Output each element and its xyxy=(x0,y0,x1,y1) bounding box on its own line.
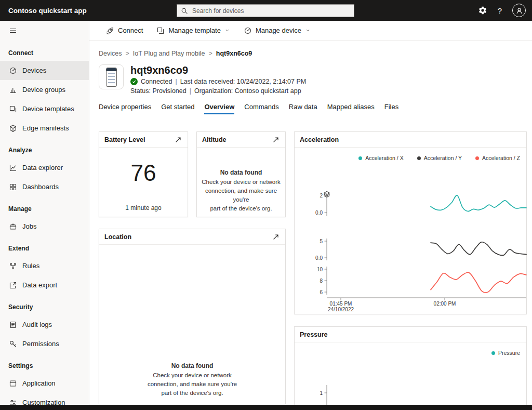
no-data-line: Check your device or network xyxy=(201,178,281,187)
sidebar-item-edge-manifests[interactable]: Edge manifests xyxy=(0,118,89,138)
sidebar-item-label: Devices xyxy=(22,67,46,74)
sidebar-item-customization[interactable]: Customization xyxy=(0,393,89,405)
customization-icon xyxy=(9,399,17,405)
jobs-icon xyxy=(9,222,17,231)
legend-item-acceleration-y[interactable]: Acceleration / Y xyxy=(417,155,462,161)
tile-altitude: Altitude No data foundCheck your device … xyxy=(196,131,286,217)
application-icon xyxy=(9,379,17,388)
app-window: Contoso quickstart app ? Connec xyxy=(0,0,532,410)
breadcrumb-separator: > xyxy=(209,50,212,57)
rules-icon xyxy=(9,262,17,270)
svg-text:0.0: 0.0 xyxy=(315,255,323,261)
sidebar-item-rules[interactable]: Rules xyxy=(0,256,89,275)
sidebar-section-extend: Extend xyxy=(0,236,89,256)
hamburger-icon xyxy=(9,27,17,35)
tile-title: Pressure xyxy=(300,331,328,338)
edge-manifests-icon xyxy=(9,124,17,133)
provision-status: Status: Provisioned xyxy=(130,87,187,95)
connected-check-icon xyxy=(130,78,138,85)
toolbar-manage-device-button[interactable]: Manage device xyxy=(240,21,315,40)
tab-get-started[interactable]: Get started xyxy=(161,103,194,114)
tile-title: Altitude xyxy=(202,136,227,143)
search-box[interactable] xyxy=(177,4,354,17)
legend-dot xyxy=(491,351,495,355)
tab-raw-data[interactable]: Raw data xyxy=(289,103,317,114)
device-header: hqt9xn6co9 Connected | Last data receive… xyxy=(99,64,306,95)
sidebar-item-label: Device groups xyxy=(22,86,65,94)
breadcrumb-item-iot-plug-and-play-mobile[interactable]: IoT Plug and Play mobile xyxy=(133,50,205,57)
legend-dot xyxy=(417,156,421,160)
chevron-down-icon xyxy=(224,28,230,33)
sidebar-item-application[interactable]: Application xyxy=(0,374,89,393)
tile-location: Location No data foundCheck your device … xyxy=(99,229,286,404)
sidebar-item-data-export[interactable]: Data export xyxy=(0,275,89,295)
connected-label: Connected xyxy=(141,78,172,85)
expand-icon[interactable] xyxy=(272,136,280,144)
no-data-title: No data found xyxy=(103,362,281,371)
sidebar-item-device-templates[interactable]: Device templates xyxy=(0,99,89,118)
legend-label: Acceleration / Z xyxy=(482,155,520,161)
sidebar-section-settings: Settings xyxy=(0,353,89,374)
sidebar-item-permissions[interactable]: Permissions xyxy=(0,334,89,353)
separator: | xyxy=(190,87,191,95)
sidebar-item-label: Dashboards xyxy=(22,183,59,191)
tab-commands[interactable]: Commands xyxy=(244,103,278,114)
legend-item-acceleration-z[interactable]: Acceleration / Z xyxy=(475,155,520,161)
device-status-line: Connected | Last data received: 10/24/20… xyxy=(130,78,306,85)
breadcrumb-item-devices[interactable]: Devices xyxy=(99,50,122,57)
svg-text:8: 8 xyxy=(320,278,323,284)
tab-overview[interactable]: Overview xyxy=(204,103,234,114)
legend-dot xyxy=(475,156,479,160)
connect-icon xyxy=(106,27,114,35)
sidebar-item-data-explorer[interactable]: Data explorer xyxy=(0,158,89,177)
legend-item-acceleration-x[interactable]: Acceleration / X xyxy=(358,155,404,161)
svg-text:6: 6 xyxy=(320,289,323,295)
sidebar-item-dashboards[interactable]: Dashboards xyxy=(0,177,89,196)
main-panel: ConnectManage templateManage device Devi… xyxy=(89,21,532,405)
chart-legend: Pressure xyxy=(491,350,520,356)
data-explorer-icon xyxy=(9,164,17,172)
device-templates-icon xyxy=(9,105,17,113)
search-input[interactable] xyxy=(191,7,350,15)
sidebar-item-label: Audit logs xyxy=(22,321,52,328)
tab-bar: Device propertiesGet startedOverviewComm… xyxy=(99,103,398,114)
tile-pressure: Pressure Pressure 1 xyxy=(294,326,527,405)
device-provision-line: Status: Provisioned | Organization: Cont… xyxy=(130,87,306,95)
sidebar-section-manage: Manage xyxy=(0,196,89,217)
command-bar: ConnectManage templateManage device xyxy=(89,21,532,41)
legend-label: Pressure xyxy=(498,350,520,356)
expand-icon[interactable] xyxy=(174,136,182,144)
sidebar-item-label: Rules xyxy=(22,262,39,270)
manage-device-icon xyxy=(244,27,252,35)
tab-mapped-aliases[interactable]: Mapped aliases xyxy=(327,103,375,114)
battery-value: 76 xyxy=(99,160,188,186)
layers-icon[interactable] xyxy=(323,190,331,199)
sidebar-item-device-groups[interactable]: Device groups xyxy=(0,80,89,99)
tile-acceleration: Acceleration Acceleration / XAcceleratio… xyxy=(294,131,527,314)
tab-device-properties[interactable]: Device properties xyxy=(99,103,151,114)
no-data-line: part of the device's org. xyxy=(103,389,281,398)
sidebar-item-label: Device templates xyxy=(22,105,74,113)
device-thumbnail xyxy=(99,64,124,89)
toolbar-manage-template-button[interactable]: Manage template xyxy=(152,21,234,40)
no-data-message: No data foundCheck your device or networ… xyxy=(99,362,285,398)
sidebar-item-jobs[interactable]: Jobs xyxy=(0,217,89,236)
no-data-message: No data foundCheck your device or networ… xyxy=(197,168,285,213)
legend-item-pressure[interactable]: Pressure xyxy=(491,350,520,356)
help-button[interactable]: ? xyxy=(498,6,502,15)
toolbar-connect-button[interactable]: Connect xyxy=(102,21,147,40)
avatar[interactable] xyxy=(512,4,526,17)
expand-icon[interactable] xyxy=(272,233,280,241)
menu-toggle-button[interactable] xyxy=(0,21,89,41)
sidebar-item-audit-logs[interactable]: Audit logs xyxy=(0,315,89,334)
sidebar-item-label: Edge manifests xyxy=(22,124,69,132)
sidebar-section-security: Security xyxy=(0,295,89,315)
no-data-title: No data found xyxy=(201,168,281,177)
battery-updated: 1 minute ago xyxy=(99,204,188,211)
tab-files[interactable]: Files xyxy=(384,103,398,114)
sidebar-item-devices[interactable]: Devices xyxy=(0,61,89,80)
topbar: Contoso quickstart app ? xyxy=(0,0,532,21)
gear-icon[interactable] xyxy=(478,6,487,15)
toolbar-button-label: Connect xyxy=(118,27,143,34)
tile-title: Battery Level xyxy=(104,136,145,143)
